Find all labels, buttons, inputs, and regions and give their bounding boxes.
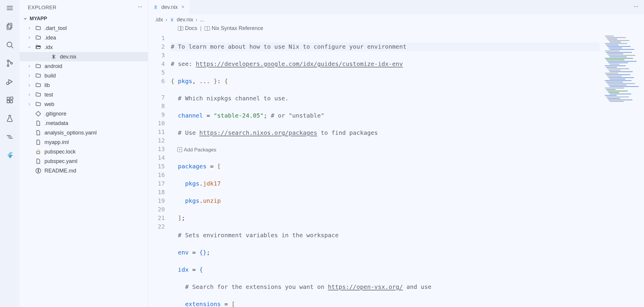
tab-bar: dev.nix [148, 0, 644, 14]
code-text: jdk17 [203, 180, 221, 187]
code-text: # Use [178, 129, 199, 136]
tree-item-label: .metadata [44, 120, 68, 126]
tree-item-label: lib [44, 82, 50, 88]
chevron-right-icon [27, 83, 32, 88]
tree-item-label: build [44, 73, 56, 79]
folder-item[interactable]: build [20, 71, 148, 80]
code-text: to find packages [317, 129, 378, 136]
dart-file-icon [35, 158, 42, 164]
file-item[interactable]: README.md [20, 166, 148, 175]
file-item[interactable]: pubspec.lock [20, 147, 148, 156]
folder-item[interactable]: .idea [20, 33, 148, 42]
divider: | [200, 25, 202, 31]
line-number: 9 [148, 110, 165, 119]
folder-item[interactable]: .dart_tool [20, 23, 148, 33]
svg-point-20 [140, 7, 140, 7]
dart-folder-icon [35, 25, 42, 31]
line-number: 4 [148, 60, 165, 68]
tree-item-label: .idx [44, 44, 53, 50]
nix-icon [50, 53, 57, 60]
file-item[interactable]: .metadata [20, 118, 148, 128]
tree-item-label: web [44, 101, 54, 107]
project-root[interactable]: MYAPP [20, 14, 148, 23]
explorer-panel: EXPLORER MYAPP .dart_tool.idea.idxdev.ni… [20, 0, 148, 307]
code-text: extensions [185, 300, 221, 307]
breadcrumb-seg[interactable]: .idx [155, 17, 163, 23]
folder-item[interactable]: test [20, 90, 148, 99]
panel-more-icon[interactable] [137, 4, 143, 11]
svg-marker-10 [9, 80, 12, 84]
extensions-icon[interactable] [5, 95, 15, 105]
line-number: 6 [148, 77, 165, 86]
tree-item-label: myapp.iml [44, 139, 69, 145]
breadcrumb-seg[interactable]: ... [200, 17, 204, 23]
green-file-icon [35, 139, 42, 145]
docs-link[interactable]: Docs [185, 25, 197, 31]
folder-item[interactable]: android [20, 61, 148, 71]
line-number: 21 [148, 214, 165, 222]
editor-area: dev.nix .idx › dev.nix › ... Docs | Nix … [148, 0, 644, 307]
tab-dev-nix[interactable]: dev.nix [148, 0, 190, 14]
breadcrumb[interactable]: .idx › dev.nix › ... [148, 14, 644, 25]
menu-icon[interactable] [5, 3, 15, 13]
chevron-right-icon [27, 26, 32, 31]
flutter-icon[interactable] [5, 150, 15, 160]
book-icon [178, 26, 183, 31]
folder-item[interactable]: .idx [20, 42, 148, 52]
test-icon[interactable] [5, 113, 15, 124]
chevron-right-icon: › [196, 17, 197, 23]
minimap[interactable] [602, 34, 644, 307]
svg-point-30 [637, 6, 638, 7]
editor-body[interactable]: 12345678910111213141516171819202122 # To… [148, 34, 644, 307]
codelens-add-packages[interactable]: +Add Packages [171, 146, 600, 154]
code-link[interactable]: https://developers.google.com/idx/guides… [196, 60, 403, 67]
search-icon[interactable] [5, 40, 15, 50]
grey-folder-icon [35, 34, 42, 41]
svg-rect-4 [7, 25, 11, 29]
code-content[interactable]: # To learn more about how to use Nix to … [171, 34, 644, 307]
nix-reference-link[interactable]: Nix Syntax Reference [212, 25, 263, 31]
project-name: MYAPP [30, 16, 47, 22]
files-icon[interactable] [5, 21, 15, 31]
close-icon[interactable] [181, 4, 185, 10]
editor-more-icon[interactable] [633, 4, 639, 10]
line-number: 5 [148, 68, 165, 77]
chevron-right-icon [27, 35, 32, 40]
codelens-label: Add Packages [184, 145, 216, 154]
file-item[interactable]: .gitignore [20, 109, 148, 118]
file-item[interactable]: pubspec.yaml [20, 156, 148, 166]
tree-item-label: README.md [44, 168, 76, 174]
chevron-down-icon [27, 45, 32, 50]
code-text: # Search for the extensions you want on [185, 283, 328, 290]
run-debug-icon[interactable] [5, 77, 15, 87]
chevron-right-icon [27, 102, 32, 107]
file-item[interactable]: myapp.iml [20, 137, 148, 147]
grey-file-icon [35, 120, 42, 126]
breadcrumb-seg[interactable]: dev.nix [177, 17, 193, 23]
purple-folder-open-icon [35, 44, 42, 50]
code-link[interactable]: https://search.nixos.org/packages [199, 129, 317, 136]
code-text: # Sets environment variables in the work… [178, 232, 339, 239]
source-control-icon[interactable] [5, 58, 15, 68]
line-gutter: 12345678910111213141516171819202122 [148, 34, 171, 307]
file-item[interactable]: analysis_options.yaml [20, 128, 148, 137]
folder-item[interactable]: lib [20, 80, 148, 90]
code-text: env [178, 249, 189, 256]
code-link[interactable]: https://open-vsx.org/ [328, 283, 403, 290]
code-text: unzip [203, 197, 221, 204]
book-icon [205, 26, 210, 31]
line-number: 8 [148, 102, 165, 110]
code-text: pkgs [178, 77, 192, 85]
plus-icon: + [177, 147, 182, 152]
file-item[interactable]: dev.nix [20, 52, 148, 61]
git-icon [35, 110, 42, 117]
folder-item[interactable]: web [20, 99, 148, 109]
info-icon [35, 167, 42, 174]
svg-point-21 [141, 7, 142, 7]
line-number: 3 [148, 51, 165, 60]
line-number: 12 [148, 136, 165, 145]
line-number: 22 [148, 222, 165, 231]
nix-icon[interactable] [5, 132, 15, 142]
panel-title: EXPLORER [28, 5, 57, 11]
code-text: idx [178, 266, 189, 273]
